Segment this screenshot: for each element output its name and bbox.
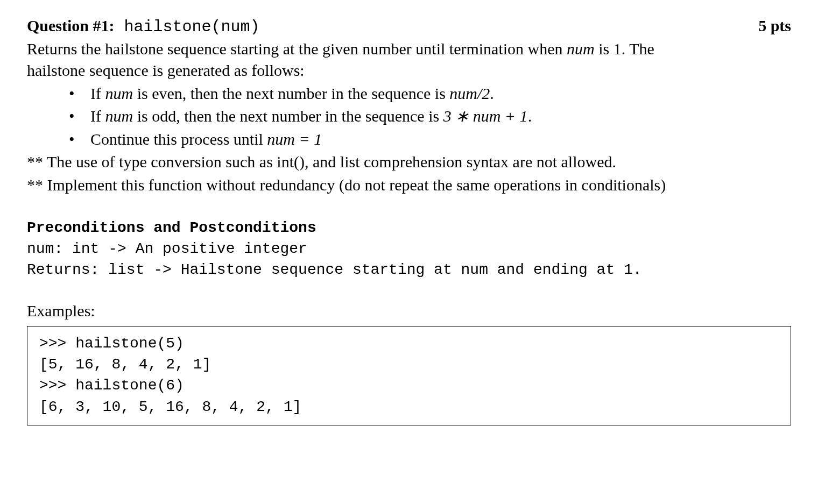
intro-paragraph: Returns the hailstone sequence starting … [27,38,791,82]
intro-text-2: hailstone sequence is generated as follo… [27,61,305,79]
note-2: ** Implement this function without redun… [27,174,791,196]
note-1: ** The use of type conversion such as in… [27,151,791,173]
examples-label: Examples: [27,300,791,322]
bullet3-expr: num = 1 [267,130,322,148]
bullet2-a: If [90,107,105,125]
bullet3-a: Continue this process until [90,130,267,148]
bullet1-b: is even, then the next number in the seq… [133,84,449,102]
prepost-title: Preconditions and Postconditions [27,219,316,236]
bullet2-c: . [528,107,532,125]
bullet2-expr: 3 ∗ num + 1 [443,107,528,125]
document-page: Question #1: hailstone(num) 5 pts Return… [0,0,818,436]
question-header: Question #1: hailstone(num) 5 pts [27,15,791,38]
points-label: 5 pts [758,15,791,37]
bullet1-expr: num/2 [449,84,490,102]
list-item: If num is odd, then the next number in t… [69,105,791,127]
examples-code-box: >>> hailstone(5) [5, 16, 8, 4, 2, 1] >>>… [27,326,791,425]
preconditions-block: Preconditions and Postconditions num: in… [27,217,791,281]
bullet1-a: If [90,84,105,102]
rules-list: If num is even, then the next number in … [69,83,791,151]
intro-text-1b: is 1. The [595,40,654,58]
bullet2-b: is odd, then the next number in the sequ… [133,107,443,125]
bullet1-num: num [105,84,133,102]
bullet2-num: num [105,107,133,125]
prepost-line2: Returns: list -> Hailstone sequence star… [27,261,642,278]
intro-num-1: num [567,40,595,58]
list-item: If num is even, then the next number in … [69,83,791,105]
list-item: Continue this process until num = 1 [69,129,791,151]
function-signature: hailstone(num) [115,18,260,36]
bullet1-c: . [490,84,494,102]
prepost-line1: num: int -> An positive integer [27,240,307,257]
question-label: Question #1: [27,17,115,34]
intro-text-1a: Returns the hailstone sequence starting … [27,40,567,58]
question-title: Question #1: hailstone(num) [27,15,260,38]
